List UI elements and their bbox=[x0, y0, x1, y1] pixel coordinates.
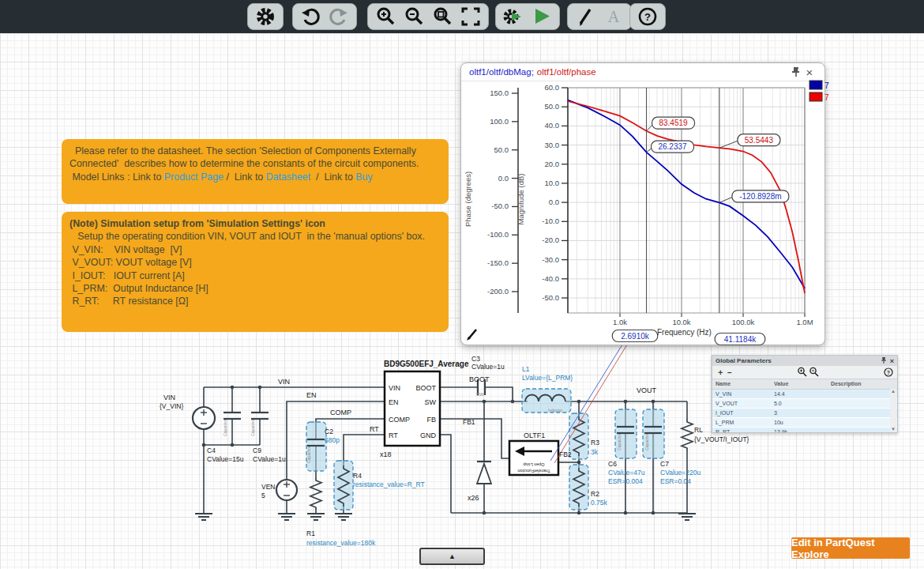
help-icon[interactable]: ? bbox=[633, 5, 662, 28]
parameter-row[interactable]: I_IOUT3 bbox=[712, 409, 897, 418]
schematic-label: 3k bbox=[591, 448, 599, 456]
svg-text:10.0k: 10.0k bbox=[672, 318, 690, 326]
note-setup-line: V_VOUT: VOUT voltage [V] bbox=[69, 256, 441, 269]
svg-text:0.0: 0.0 bbox=[549, 198, 559, 206]
schematic-label: CValue=1u bbox=[471, 363, 505, 371]
global-parameters-header[interactable]: Global Parameters × bbox=[712, 356, 897, 366]
parameter-row[interactable]: R_RT13.9k bbox=[712, 428, 897, 432]
run-icon[interactable] bbox=[528, 5, 556, 28]
schematic-label: R3 bbox=[591, 439, 599, 447]
bode-plot[interactable]: 1.0k10.0k100.0k1.0M150.0100.050.00.0-50.… bbox=[461, 81, 824, 345]
note-setup-title: (Note) Simulation setup from 'Simulation… bbox=[69, 217, 441, 230]
annotate-text-icon[interactable]: A bbox=[599, 5, 628, 28]
svg-text:20.0: 20.0 bbox=[545, 160, 560, 168]
waveform-titlebar[interactable]: oltf1/oltf/dbMag; oltf1/oltf/phase × bbox=[461, 63, 824, 81]
annotate-pen-icon[interactable] bbox=[571, 5, 599, 28]
schematic-label: {V_VOUT/I_IOUT} bbox=[694, 435, 749, 443]
run-settings-icon[interactable] bbox=[499, 5, 528, 28]
svg-text:-150.0: -150.0 bbox=[487, 258, 509, 267]
panel-help-icon[interactable]: ? bbox=[884, 367, 893, 378]
note-text: Model Links : Link to bbox=[69, 171, 164, 183]
panel-zoom-out-icon[interactable] bbox=[809, 367, 819, 378]
schematic-label: C9 bbox=[253, 447, 261, 454]
svg-text:-50.0: -50.0 bbox=[491, 202, 509, 210]
svg-text:100.0k: 100.0k bbox=[732, 318, 755, 326]
close-icon[interactable]: × bbox=[802, 65, 817, 79]
svg-text:-10.0: -10.0 bbox=[542, 217, 559, 225]
remove-parameter-icon[interactable]: − bbox=[727, 368, 732, 377]
svg-text:41.1184k: 41.1184k bbox=[724, 335, 757, 344]
schematic-label: CValue=1u bbox=[253, 455, 286, 463]
schematic-label: R4 bbox=[353, 472, 362, 480]
phase-axis-label: Phase (degrees) bbox=[464, 171, 472, 227]
legend-swatch bbox=[809, 92, 822, 101]
svg-text:83.4519: 83.4519 bbox=[659, 119, 688, 127]
svg-text:100.0: 100.0 bbox=[490, 117, 509, 126]
note-simulation-setup: (Note) Simulation setup from 'Simulation… bbox=[62, 212, 449, 332]
column-name: Name bbox=[716, 381, 731, 386]
panel-zoom-in-icon[interactable] bbox=[797, 367, 807, 378]
svg-text:?: ? bbox=[644, 11, 651, 23]
schematic-label: C7 bbox=[660, 460, 669, 468]
note-setup-line: V_VIN: VIN voltage [V] bbox=[69, 243, 441, 256]
schematic-label: FB2 bbox=[559, 450, 572, 458]
toolbar-group-help: ? bbox=[629, 3, 666, 30]
zoom-fit-icon[interactable] bbox=[456, 5, 485, 28]
panel-close-icon[interactable]: × bbox=[890, 357, 894, 365]
global-parameters-table-header[interactable]: Name Value Description bbox=[712, 379, 897, 390]
waveform-title-dbmag: oltf1/oltf/dbMag; bbox=[469, 67, 534, 77]
model-link[interactable]: Datasheet bbox=[266, 171, 310, 183]
zoom-region-icon[interactable] bbox=[428, 5, 456, 28]
svg-text:1.0M: 1.0M bbox=[796, 318, 813, 326]
legend-swatch bbox=[809, 81, 822, 89]
model-link[interactable]: Product Page bbox=[164, 171, 223, 183]
add-parameter-icon[interactable]: ＋ bbox=[716, 367, 724, 378]
note-setup-lines: Setup the operating condition VIN, VOUT … bbox=[69, 230, 441, 307]
schematic-label: RT bbox=[389, 431, 398, 439]
svg-text:2.6910k: 2.6910k bbox=[621, 332, 650, 341]
model-link[interactable]: Buy bbox=[355, 171, 372, 183]
legend-clipped-label: 7 bbox=[824, 93, 829, 102]
schematic-label: C4 bbox=[207, 447, 216, 454]
column-description: Description bbox=[831, 381, 862, 386]
schematic-label: VOUT bbox=[637, 386, 657, 394]
zoom-out-icon[interactable] bbox=[400, 5, 428, 28]
schematic-label: CValue=15u bbox=[207, 455, 244, 463]
highlighted-component[interactable] bbox=[522, 389, 571, 413]
schematic-label: Capacitor bbox=[617, 433, 622, 450]
panel-pin-icon[interactable] bbox=[880, 356, 887, 366]
plot-pen-icon[interactable] bbox=[466, 328, 479, 341]
edit-in-partquest-button[interactable]: Edit in PartQuest Explore bbox=[791, 537, 910, 559]
schematic-label: BOOT bbox=[469, 375, 490, 383]
panel-scrollbar[interactable]: ▲▼ bbox=[890, 389, 896, 431]
schematic-label: Capacitor bbox=[223, 419, 227, 436]
schematic-label: TransferFunction bbox=[517, 469, 550, 473]
x-axis-label: Frequency (Hz) bbox=[657, 328, 712, 337]
zoom-in-icon[interactable] bbox=[371, 5, 400, 28]
redo-icon[interactable] bbox=[325, 5, 353, 28]
schematic-label: COMP bbox=[330, 409, 351, 416]
schematic-label: VEN bbox=[261, 483, 275, 491]
note-setup-line: R_RT: RT resistance [Ω] bbox=[69, 295, 441, 307]
schematic-label: BOOT bbox=[415, 384, 436, 392]
svg-text:150.0: 150.0 bbox=[490, 89, 509, 97]
settings-gear-icon[interactable] bbox=[251, 5, 280, 28]
waveform-title-phase: oltf1/oltf/phase bbox=[537, 67, 596, 77]
svg-text:-40.0: -40.0 bbox=[542, 274, 559, 283]
schematic-label: Capacitor bbox=[306, 446, 311, 463]
column-value: Value bbox=[774, 381, 788, 386]
pin-icon[interactable] bbox=[788, 65, 802, 79]
svg-text:1.0k: 1.0k bbox=[613, 318, 627, 326]
parameter-row[interactable]: V_VIN14.4 bbox=[712, 390, 897, 399]
parameter-row[interactable]: L_PRM10u bbox=[712, 418, 897, 428]
global-parameters-title: Global Parameters bbox=[716, 357, 772, 364]
collapse-panel-button[interactable]: ▲ bbox=[419, 548, 485, 565]
schematic-label: x18 bbox=[380, 450, 392, 458]
schematic-label: RL bbox=[694, 426, 703, 434]
parameter-row[interactable]: V_VOUT5.0 bbox=[712, 399, 897, 409]
schematic-label: GND bbox=[420, 431, 437, 439]
schematic-label: EN bbox=[306, 391, 317, 399]
note-datasheet-body: Please refer to the datasheet. The secti… bbox=[69, 145, 441, 171]
undo-icon[interactable] bbox=[296, 5, 325, 28]
schematic-label: Capacitor bbox=[644, 433, 649, 450]
